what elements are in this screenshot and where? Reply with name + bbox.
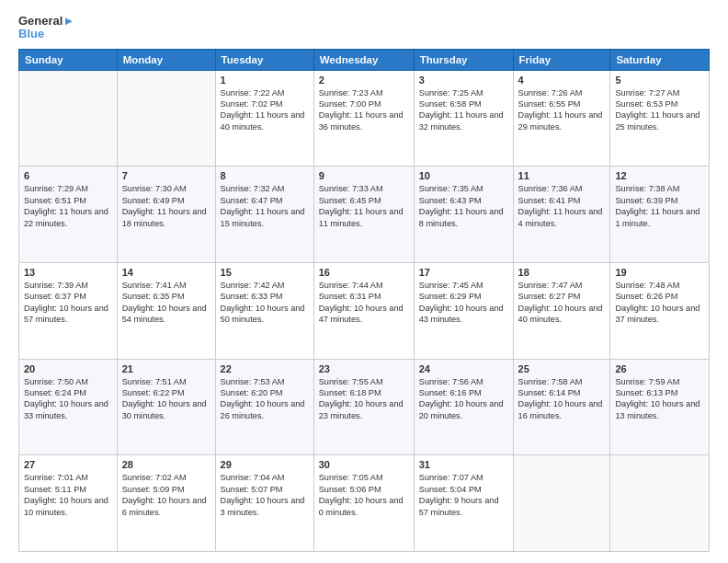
day-number: 8 (221, 170, 309, 181)
day-info: Sunrise: 7:05 AM Sunset: 5:06 PM Dayligh… (319, 472, 409, 518)
day-number: 18 (518, 267, 606, 278)
calendar-cell: 26Sunrise: 7:59 AM Sunset: 6:13 PM Dayli… (610, 359, 710, 455)
day-number: 22 (221, 363, 309, 374)
calendar-week-4: 20Sunrise: 7:50 AM Sunset: 6:24 PM Dayli… (19, 359, 710, 455)
day-info: Sunrise: 7:59 AM Sunset: 6:13 PM Dayligh… (615, 376, 704, 422)
day-info: Sunrise: 7:23 AM Sunset: 7:00 PM Dayligh… (319, 87, 409, 133)
day-info: Sunrise: 7:50 AM Sunset: 6:24 PM Dayligh… (24, 376, 112, 422)
day-number: 14 (122, 267, 210, 278)
calendar-cell: 19Sunrise: 7:48 AM Sunset: 6:26 PM Dayli… (610, 262, 710, 359)
calendar-cell (117, 70, 215, 167)
day-info: Sunrise: 7:30 AM Sunset: 6:49 PM Dayligh… (122, 183, 210, 229)
day-info: Sunrise: 7:33 AM Sunset: 6:45 PM Dayligh… (319, 183, 409, 229)
calendar-cell: 5Sunrise: 7:27 AM Sunset: 6:53 PM Daylig… (610, 70, 710, 167)
day-number: 27 (24, 459, 112, 470)
day-number: 3 (419, 75, 508, 86)
calendar-cell: 30Sunrise: 7:05 AM Sunset: 5:06 PM Dayli… (313, 455, 414, 552)
calendar-cell (610, 455, 710, 552)
calendar-cell: 9Sunrise: 7:33 AM Sunset: 6:45 PM Daylig… (313, 167, 414, 263)
day-info: Sunrise: 7:01 AM Sunset: 5:11 PM Dayligh… (24, 472, 112, 518)
day-number: 6 (24, 170, 112, 181)
day-info: Sunrise: 7:38 AM Sunset: 6:39 PM Dayligh… (615, 183, 704, 229)
calendar-week-5: 27Sunrise: 7:01 AM Sunset: 5:11 PM Dayli… (19, 455, 710, 552)
calendar-cell: 7Sunrise: 7:30 AM Sunset: 6:49 PM Daylig… (117, 167, 215, 263)
calendar-cell (513, 455, 610, 552)
calendar-week-3: 13Sunrise: 7:39 AM Sunset: 6:37 PM Dayli… (19, 262, 710, 359)
day-number: 29 (221, 459, 309, 470)
calendar-cell: 16Sunrise: 7:44 AM Sunset: 6:31 PM Dayli… (313, 262, 414, 359)
day-info: Sunrise: 7:58 AM Sunset: 6:14 PM Dayligh… (518, 376, 606, 422)
day-number: 25 (518, 363, 606, 374)
calendar-cell: 13Sunrise: 7:39 AM Sunset: 6:37 PM Dayli… (19, 262, 118, 359)
day-number: 28 (122, 459, 210, 470)
calendar-cell (19, 70, 118, 167)
day-info: Sunrise: 7:47 AM Sunset: 6:27 PM Dayligh… (518, 280, 606, 326)
day-info: Sunrise: 7:41 AM Sunset: 6:35 PM Dayligh… (122, 280, 210, 326)
day-number: 17 (419, 267, 508, 278)
day-info: Sunrise: 7:36 AM Sunset: 6:41 PM Dayligh… (518, 183, 606, 229)
calendar-cell: 6Sunrise: 7:29 AM Sunset: 6:51 PM Daylig… (19, 167, 118, 263)
calendar-cell: 27Sunrise: 7:01 AM Sunset: 5:11 PM Dayli… (19, 455, 118, 552)
day-header-saturday: Saturday (610, 49, 710, 70)
day-number: 20 (24, 363, 112, 374)
calendar-week-1: 1Sunrise: 7:22 AM Sunset: 7:02 PM Daylig… (19, 70, 710, 167)
day-info: Sunrise: 7:29 AM Sunset: 6:51 PM Dayligh… (24, 183, 112, 229)
calendar-cell: 24Sunrise: 7:56 AM Sunset: 6:16 PM Dayli… (414, 359, 513, 455)
day-number: 12 (615, 170, 704, 181)
day-header-thursday: Thursday (414, 49, 513, 70)
calendar-cell: 4Sunrise: 7:26 AM Sunset: 6:55 PM Daylig… (513, 70, 610, 167)
day-info: Sunrise: 7:56 AM Sunset: 6:16 PM Dayligh… (419, 376, 508, 422)
day-info: Sunrise: 7:53 AM Sunset: 6:20 PM Dayligh… (221, 376, 309, 422)
day-info: Sunrise: 7:44 AM Sunset: 6:31 PM Dayligh… (319, 280, 409, 326)
day-number: 13 (24, 267, 112, 278)
calendar-cell: 14Sunrise: 7:41 AM Sunset: 6:35 PM Dayli… (117, 262, 215, 359)
day-header-friday: Friday (513, 49, 610, 70)
calendar-header-row: SundayMondayTuesdayWednesdayThursdayFrid… (19, 49, 710, 70)
calendar-cell: 1Sunrise: 7:22 AM Sunset: 7:02 PM Daylig… (215, 70, 313, 167)
day-number: 31 (419, 459, 508, 470)
day-header-tuesday: Tuesday (215, 49, 313, 70)
day-number: 24 (419, 363, 508, 374)
day-number: 23 (319, 363, 409, 374)
day-number: 21 (122, 363, 210, 374)
day-info: Sunrise: 7:25 AM Sunset: 6:58 PM Dayligh… (419, 87, 508, 133)
day-number: 15 (221, 267, 309, 278)
calendar-cell: 28Sunrise: 7:02 AM Sunset: 5:09 PM Dayli… (117, 455, 215, 552)
day-info: Sunrise: 7:35 AM Sunset: 6:43 PM Dayligh… (419, 183, 508, 229)
day-number: 16 (319, 267, 409, 278)
day-info: Sunrise: 7:48 AM Sunset: 6:26 PM Dayligh… (615, 280, 704, 326)
logo: General► Blue (18, 15, 74, 41)
day-number: 4 (518, 75, 606, 86)
day-number: 30 (319, 459, 409, 470)
calendar-cell: 2Sunrise: 7:23 AM Sunset: 7:00 PM Daylig… (313, 70, 414, 167)
day-header-wednesday: Wednesday (313, 49, 414, 70)
calendar-cell: 12Sunrise: 7:38 AM Sunset: 6:39 PM Dayli… (610, 167, 710, 263)
calendar-cell: 22Sunrise: 7:53 AM Sunset: 6:20 PM Dayli… (215, 359, 313, 455)
day-info: Sunrise: 7:07 AM Sunset: 5:04 PM Dayligh… (419, 472, 508, 518)
calendar-cell: 18Sunrise: 7:47 AM Sunset: 6:27 PM Dayli… (513, 262, 610, 359)
calendar-table: SundayMondayTuesdayWednesdayThursdayFrid… (18, 49, 710, 552)
day-info: Sunrise: 7:27 AM Sunset: 6:53 PM Dayligh… (615, 87, 704, 133)
day-info: Sunrise: 7:04 AM Sunset: 5:07 PM Dayligh… (221, 472, 309, 518)
day-info: Sunrise: 7:55 AM Sunset: 6:18 PM Dayligh… (319, 376, 409, 422)
calendar-week-2: 6Sunrise: 7:29 AM Sunset: 6:51 PM Daylig… (19, 167, 710, 263)
calendar-cell: 3Sunrise: 7:25 AM Sunset: 6:58 PM Daylig… (414, 70, 513, 167)
calendar-cell: 31Sunrise: 7:07 AM Sunset: 5:04 PM Dayli… (414, 455, 513, 552)
day-info: Sunrise: 7:42 AM Sunset: 6:33 PM Dayligh… (221, 280, 309, 326)
day-number: 26 (615, 363, 704, 374)
day-info: Sunrise: 7:51 AM Sunset: 6:22 PM Dayligh… (122, 376, 210, 422)
day-info: Sunrise: 7:39 AM Sunset: 6:37 PM Dayligh… (24, 280, 112, 326)
calendar-cell: 21Sunrise: 7:51 AM Sunset: 6:22 PM Dayli… (117, 359, 215, 455)
calendar-cell: 11Sunrise: 7:36 AM Sunset: 6:41 PM Dayli… (513, 167, 610, 263)
day-number: 10 (419, 170, 508, 181)
calendar-cell: 15Sunrise: 7:42 AM Sunset: 6:33 PM Dayli… (215, 262, 313, 359)
day-number: 11 (518, 170, 606, 181)
day-info: Sunrise: 7:45 AM Sunset: 6:29 PM Dayligh… (419, 280, 508, 326)
calendar-cell: 17Sunrise: 7:45 AM Sunset: 6:29 PM Dayli… (414, 262, 513, 359)
day-number: 1 (221, 75, 309, 86)
calendar-cell: 8Sunrise: 7:32 AM Sunset: 6:47 PM Daylig… (215, 167, 313, 263)
day-header-monday: Monday (117, 49, 215, 70)
day-number: 9 (319, 170, 409, 181)
calendar-cell: 23Sunrise: 7:55 AM Sunset: 6:18 PM Dayli… (313, 359, 414, 455)
day-info: Sunrise: 7:22 AM Sunset: 7:02 PM Dayligh… (221, 87, 309, 133)
